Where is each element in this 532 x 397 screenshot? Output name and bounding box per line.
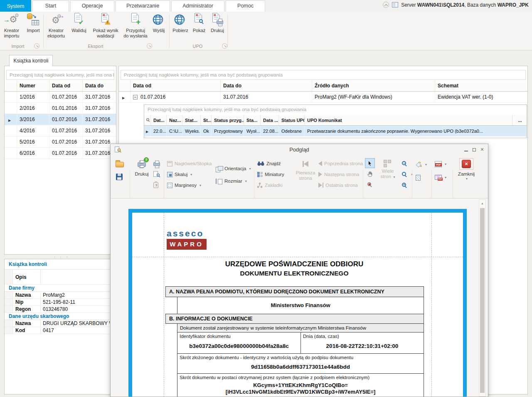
field-regon[interactable]: Regon013246780 (5, 306, 111, 313)
minimize-icon[interactable] (463, 146, 470, 153)
print-preview-button[interactable] (153, 170, 160, 179)
column-header-zrodlo[interactable]: Źródło danych (312, 80, 435, 91)
upo-row-selected[interactable]: 22.0... C:\U... Wyeks... Ok Przygotowany… (144, 126, 527, 136)
zoom-in-button[interactable] (401, 181, 408, 190)
table-row[interactable]: 5/2016 01.07.2016 31.07.2016 (5, 136, 116, 148)
waliduj-button[interactable]: Waliduj (69, 13, 89, 33)
field-nip[interactable]: Nip521-195-82-11 (5, 299, 111, 306)
kreator-importu-button[interactable]: Kreator importu (0, 13, 23, 39)
quick-print-button[interactable] (153, 159, 160, 168)
field-nazwa[interactable]: NazwaProMarg2 (5, 292, 111, 299)
find-button[interactable]: Znajdź (257, 159, 281, 168)
column-header-data-do[interactable]: Data do (83, 80, 116, 91)
group-expand-icon[interactable] (222, 43, 227, 49)
maximize-icon[interactable] (471, 146, 478, 153)
column-header[interactable]: Status przyg... (212, 115, 244, 125)
column-header[interactable]: St... (201, 115, 212, 125)
przygotuj-do-wyslania-button[interactable]: Przygotuj do wysłania (123, 13, 148, 39)
open-button[interactable] (116, 160, 124, 169)
row-indicator-icon (122, 92, 125, 102)
preview-scrollbar[interactable] (479, 199, 486, 397)
dropdown-arrow-icon: ▾ (425, 163, 427, 166)
collapse-box-icon[interactable] (133, 95, 138, 99)
group-expand-icon[interactable] (34, 43, 39, 49)
close-icon[interactable]: × (479, 146, 485, 153)
tab-pomoc[interactable]: Pomoc (226, 0, 265, 12)
tab-ksiazka-kontroli[interactable]: Książka kontroli (9, 55, 53, 66)
podglad-dialog: Podgląd × ... Drukuj D (110, 144, 488, 397)
page-setup-help-button[interactable] (153, 181, 158, 190)
table-row[interactable]: 6/2016 01.07.2016 31.07.2016 (5, 148, 116, 159)
column-header-data-od[interactable]: Data od (131, 80, 221, 91)
column-header[interactable]: Stat... (182, 115, 201, 125)
column-header-data-od[interactable]: Data od (49, 80, 83, 91)
hand-tool-button[interactable] (365, 169, 375, 179)
header-footer-button[interactable]: Nagłówek/Stopka (167, 159, 212, 168)
next-page-button[interactable]: Następna strona (318, 170, 359, 179)
email-pdf-button[interactable]: ▾ (435, 173, 446, 182)
table-row-selected[interactable]: 3/2016 01.07.2016 31.07.2016 (5, 114, 116, 125)
bookmarks-button[interactable]: Zakładki (257, 181, 283, 190)
thumbnails-button[interactable]: Miniatury (257, 170, 284, 179)
tab-przetwarzanie[interactable]: Przetwarzanie (116, 0, 170, 12)
save-button[interactable] (116, 172, 123, 181)
table-row[interactable]: 4/2016 01.07.2016 31.07.2016 (5, 125, 116, 136)
tab-start[interactable]: Start (32, 0, 69, 12)
column-header[interactable]: Data ... (261, 115, 279, 125)
scrollbar-thumb[interactable] (480, 208, 485, 393)
import-button[interactable]: Import (24, 13, 43, 33)
group-expand-icon[interactable] (147, 43, 152, 49)
table-row[interactable]: 2/2016 01.01.2016 31.07.2016 (5, 103, 116, 114)
column-header[interactable]: Dat... (151, 115, 167, 125)
field-urzad-nazwa[interactable]: NazwaDRUGI URZĄD SKARBOWY W TOR (5, 320, 111, 327)
print-button[interactable]: Drukuj (132, 158, 151, 176)
column-header[interactable]: Status UPO (279, 115, 305, 125)
search-icon[interactable] (146, 118, 149, 121)
column-header[interactable]: Naz... (167, 115, 182, 125)
collapse-ribbon-icon[interactable] (383, 2, 389, 8)
column-header[interactable]: UPO Komunikat (305, 115, 512, 125)
dropdown-arrow-icon: ▾ (245, 179, 247, 183)
orientation-button[interactable]: Orientacja▾ (216, 164, 251, 173)
pokaz-button[interactable]: Pokaż (190, 13, 208, 33)
page-color-button[interactable]: ▾ (415, 160, 427, 169)
close-preview-button[interactable]: Zamknij ▾ (456, 158, 477, 181)
import-database-icon (25, 13, 41, 27)
last-page-button[interactable]: Ostatnia strona (318, 181, 358, 190)
field-kod[interactable]: Kod0417 (5, 327, 111, 334)
many-pages-button[interactable]: Wiele stron ▾ (378, 160, 397, 180)
column-header-numer[interactable]: Numer (17, 80, 49, 91)
import-wizard-icon (4, 13, 20, 27)
column-header-schemat[interactable]: Schemat (435, 80, 527, 91)
dialog-titlebar[interactable]: Podgląd × (111, 144, 488, 156)
pobierz-button[interactable]: Pobierz (171, 13, 190, 33)
pokaz-wynik-walidacji-button[interactable]: Pokaż wynik walidacji (89, 13, 122, 39)
size-button[interactable]: Rozmiar▾ (216, 176, 247, 186)
kreator-eksportu-button[interactable]: Kreator eksportu (44, 13, 68, 39)
column-header-more[interactable]: ... (512, 115, 527, 125)
column-header-data-do[interactable]: Data do (221, 80, 312, 91)
zoom-out-button[interactable] (401, 159, 408, 168)
tab-administrator[interactable]: Administrator (171, 0, 224, 12)
scrollbar-up-icon[interactable] (481, 202, 484, 205)
export-pdf-button[interactable]: ▾ (435, 159, 446, 169)
zoom-button[interactable]: ▾ (401, 170, 413, 179)
margin-guide (431, 213, 432, 397)
prev-page-button[interactable]: Poprzednia strona (318, 159, 363, 168)
tab-system[interactable]: System (0, 0, 31, 12)
watermark-button[interactable] (416, 173, 421, 182)
column-header[interactable]: Sta... (244, 115, 261, 125)
zoom-area-tool-button[interactable] (365, 180, 375, 190)
export-pdf-icon (435, 161, 442, 167)
opis-row[interactable]: Opis (5, 270, 111, 285)
drukuj-upo-button[interactable]: Drukuj (209, 13, 226, 33)
tab-operacje[interactable]: Operacje (70, 0, 114, 12)
margins-button[interactable]: Marginesy▾ (167, 181, 201, 190)
wyslij-button[interactable]: Wyślij (149, 13, 168, 33)
first-page-button[interactable]: Pierwsza strona (295, 159, 316, 181)
size-icon (216, 179, 222, 184)
scale-button[interactable]: Skaluj▾ (167, 170, 192, 179)
master-row[interactable]: 01.07.2016 31.07.2016 ProMarg2 (WF-FaKir… (119, 92, 527, 103)
pointer-tool-button[interactable] (365, 158, 375, 168)
table-row[interactable]: 1/2016 01.07.2016 31.07.2016 (5, 92, 116, 103)
